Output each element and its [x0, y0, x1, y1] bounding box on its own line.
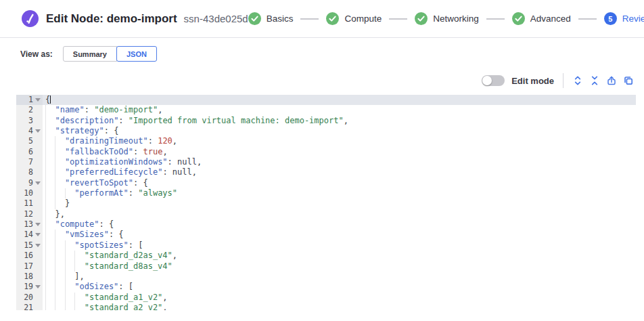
indent-guide [65, 240, 74, 251]
node-id: ssn-43de025d [184, 13, 248, 24]
indent-guide [55, 178, 64, 188]
indent-guide [45, 209, 55, 219]
indent-guide [65, 261, 74, 272]
code-text[interactable]: "preferredLifecycle": null, [43, 167, 636, 177]
expand-all-icon[interactable] [572, 75, 583, 86]
step-networking[interactable]: Networking [415, 12, 479, 25]
indent-guide [45, 240, 55, 251]
line-number: 8 [16, 167, 43, 177]
code-text[interactable]: } [43, 198, 636, 209]
line-number: 6 [16, 147, 43, 157]
step-connector [486, 18, 505, 20]
token-p: : [148, 136, 158, 146]
line-number: 10 [16, 188, 43, 198]
code-text[interactable]: "revertToSpot": { [43, 178, 636, 188]
token-p: : [ [129, 240, 143, 250]
toggle-knob [482, 76, 492, 85]
fold-toggle-icon[interactable] [35, 285, 41, 288]
code-text[interactable]: "optimizationWindows": null, [43, 157, 636, 167]
token-p: , [197, 157, 202, 167]
line-number: 21 [16, 303, 43, 310]
token-k: "fallbackToOd" [65, 147, 133, 156]
token-p: : [162, 167, 172, 177]
step-connector [389, 18, 407, 20]
token-u: null [172, 167, 192, 177]
code-text[interactable]: ], [43, 272, 636, 282]
edit-mode-label: Edit mode [511, 76, 554, 86]
code-text[interactable]: "standard_a2_v2", [43, 303, 636, 310]
indent-guide [45, 198, 55, 209]
line-number: 13 [16, 219, 43, 230]
line-number: 2 [16, 105, 43, 115]
code-line: 18], [16, 272, 636, 282]
copy-icon[interactable] [623, 75, 634, 86]
fold-toggle-icon[interactable] [35, 223, 41, 226]
code-text[interactable]: "standard_a1_v2", [43, 293, 636, 303]
code-text[interactable]: "compute": { [43, 219, 636, 230]
indent-guide [55, 136, 64, 146]
line-number: 15 [16, 240, 43, 251]
line-number: 19 [16, 282, 43, 292]
token-p: : [129, 188, 138, 198]
code-line: 9"revertToSpot": { [16, 178, 636, 188]
step-basics[interactable]: Basics [248, 12, 294, 25]
view-as-json-button[interactable]: JSON [116, 46, 157, 62]
token-s: "always" [138, 188, 177, 198]
token-k: "compute" [55, 219, 99, 229]
indent-guide [45, 219, 55, 230]
fold-toggle-icon[interactable] [35, 98, 41, 102]
code-line: 3"description": "Imported from virtual m… [16, 116, 636, 126]
collapse-all-icon[interactable] [589, 75, 600, 86]
fold-toggle-icon[interactable] [35, 244, 41, 247]
code-line: 19"odSizes": [ [16, 282, 636, 292]
step-advanced[interactable]: Advanced [512, 12, 571, 25]
edit-mode-toggle[interactable] [482, 75, 505, 86]
token-n: 120 [158, 136, 172, 146]
indent-guide [55, 303, 64, 310]
code-text[interactable]: "standard_d2as_v4", [43, 251, 636, 261]
indent-guide [45, 126, 55, 136]
indent-guide [45, 230, 55, 240]
code-text[interactable]: "name": "demo-import", [43, 105, 636, 115]
code-text[interactable]: { [43, 95, 636, 105]
json-code-editor[interactable]: 1{2"name": "demo-import",3"description":… [16, 95, 636, 310]
step-compute[interactable]: Compute [326, 12, 382, 25]
indent-guide [65, 188, 74, 198]
code-line: 20"standard_a1_v2", [16, 293, 636, 303]
step-review[interactable]: 5Review [604, 12, 644, 25]
step-label: Compute [344, 14, 382, 24]
code-text[interactable]: "strategy": { [43, 126, 636, 136]
indent-guide [74, 261, 84, 272]
token-s: "standard_d8as_v4" [85, 261, 172, 271]
code-text[interactable]: "spotSizes": [ [43, 240, 636, 251]
check-icon [415, 12, 428, 25]
code-line: 14"vmSizes": { [16, 230, 636, 240]
code-text[interactable]: "fallbackToOd": true, [43, 147, 636, 157]
code-text[interactable]: "standard_d8as_v4" [43, 261, 636, 272]
toolbar-divider [563, 73, 564, 88]
code-text[interactable]: "description": "Imported from virtual ma… [43, 116, 636, 126]
code-text[interactable]: "drainingTimeout": 120, [43, 136, 636, 146]
token-p: } [65, 198, 70, 208]
indent-guide [74, 251, 84, 261]
export-icon[interactable] [606, 75, 617, 86]
fold-toggle-icon[interactable] [35, 233, 41, 236]
indent-guide [55, 167, 64, 177]
token-p: ], [74, 272, 84, 281]
token-s: "standard_a1_v2" [85, 293, 163, 302]
indent-guide [55, 282, 64, 292]
code-text[interactable]: "performAt": "always" [43, 188, 636, 198]
fold-toggle-icon[interactable] [35, 129, 41, 133]
code-text[interactable]: "odSizes": [ [43, 282, 636, 292]
indent-guide [45, 136, 55, 146]
indent-guide [55, 230, 64, 240]
token-p: : { [104, 126, 119, 135]
indent-guide [45, 105, 55, 115]
code-text[interactable]: "vmSizes": { [43, 230, 636, 240]
fold-toggle-icon[interactable] [35, 181, 41, 185]
line-number: 7 [16, 157, 43, 167]
token-p: { [45, 95, 50, 104]
view-as-summary-button[interactable]: Summary [63, 46, 117, 62]
code-text[interactable]: }, [43, 209, 636, 219]
indent-guide [55, 198, 64, 209]
